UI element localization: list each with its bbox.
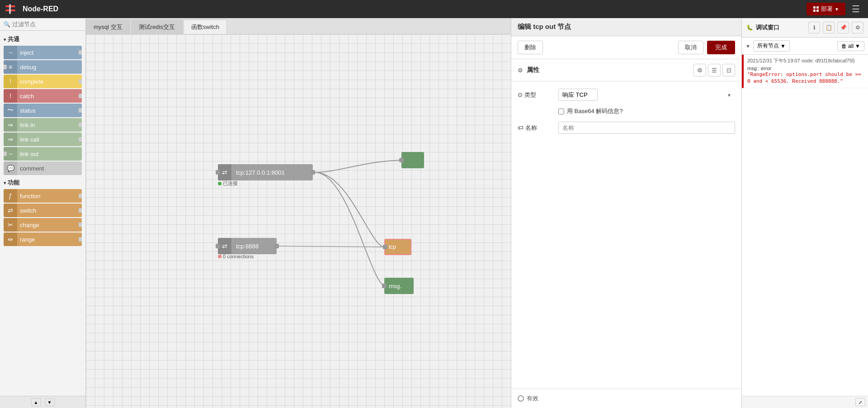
tab-redis[interactable]: 测试redis交互 xyxy=(131,19,183,34)
status-icon: 〜 xyxy=(4,104,17,117)
section-header-function[interactable]: ▾ 功能 xyxy=(0,176,85,188)
debug-panel: 🐛 调试窗口 ℹ 📋 📌 ⚙ ▼ 所有节点 ▼ 🗑 all ▼ 2021/12/… xyxy=(741,18,868,408)
clear-button[interactable]: 🗑 all ▼ xyxy=(837,41,864,51)
canvas[interactable]: ⇄ tcp:127.0.0.1:8001 已连接 ⇄ tcp:8888 0 co… xyxy=(86,34,511,408)
prop-list-button[interactable]: ☰ xyxy=(708,64,721,76)
sidebar-scroll-down[interactable]: ▼ xyxy=(45,398,55,406)
change-label: change xyxy=(17,218,82,232)
trash-icon: 🗑 xyxy=(841,43,847,49)
svg-rect-5 xyxy=(813,9,816,12)
sidebar-item-complete[interactable]: ! complete xyxy=(4,75,82,88)
debug-pin-button[interactable]: 📌 xyxy=(837,22,849,33)
tcp1-port-left xyxy=(216,170,220,175)
sidebar-item-debug[interactable]: ≡ debug xyxy=(4,60,82,74)
canvas-node-tcp1[interactable]: ⇄ tcp:127.0.0.1:8001 xyxy=(218,164,313,180)
sidebar-item-comment[interactable]: 💬 comment xyxy=(4,161,82,175)
tab-func-switch[interactable]: 函数switch xyxy=(184,19,227,34)
sidebar-item-inject[interactable]: → inject xyxy=(4,46,82,59)
debug-content: 2021/12/31 下午5:19:07 node: d91f19cfabcaf… xyxy=(742,55,868,396)
canvas-node-msg[interactable]: msg. xyxy=(384,278,414,294)
props-title: 属性 xyxy=(527,66,690,74)
prop-settings-button[interactable]: ⚙ xyxy=(693,64,706,76)
search-input[interactable] xyxy=(12,21,82,28)
svg-rect-4 xyxy=(816,6,819,9)
complete-icon: ! xyxy=(4,75,17,88)
tcp2-label: tcp:8888 xyxy=(231,243,263,250)
filter-arrow-icon: ▼ xyxy=(780,43,786,49)
debug-port-left xyxy=(4,65,7,69)
section-header-common[interactable]: ▾ 共通 xyxy=(0,33,85,45)
sidebar-item-function[interactable]: ƒ function xyxy=(4,189,82,203)
edit-panel: 编辑 tcp out 节点 删除 取消 完成 ⚙ 属性 ⚙ ☰ ⊡ ⊙ xyxy=(511,18,741,408)
canvas-node-top[interactable] xyxy=(401,152,424,168)
linkin-label: link in xyxy=(17,118,82,132)
top-port-left xyxy=(399,158,404,162)
topbar-right: 部署 ▼ ☰ xyxy=(807,3,863,15)
sidebar-item-catch[interactable]: ! catch xyxy=(4,89,82,103)
sidebar-item-linkcall[interactable]: ⇒ link call xyxy=(4,133,82,146)
range-icon: ⇔ xyxy=(4,232,17,246)
sidebar-scroll-up[interactable]: ▲ xyxy=(31,398,41,406)
deploy-button[interactable]: 部署 ▼ xyxy=(807,3,845,15)
delete-button[interactable]: 删除 xyxy=(518,41,543,54)
debug-info-button[interactable]: ℹ xyxy=(808,22,820,33)
topbar-logo: Node-RED xyxy=(5,4,58,14)
catch-port-right xyxy=(79,94,82,98)
debug-toolbar: ▼ 所有节点 ▼ 🗑 all ▼ xyxy=(742,38,868,55)
tcp2-status-text: 0 connections xyxy=(223,254,254,259)
complete-label: complete xyxy=(17,75,82,88)
sidebar-item-status[interactable]: 〜 status xyxy=(4,104,82,117)
debug-label: debug xyxy=(17,60,82,74)
switch-port-right xyxy=(79,208,82,213)
canvas-node-tcp2[interactable]: ⇄ tcp:8888 xyxy=(218,238,277,254)
msg-port-left xyxy=(382,284,387,288)
tcp2-port-right xyxy=(274,244,279,248)
name-input[interactable] xyxy=(558,122,735,134)
filter-button[interactable]: 所有节点 ▼ xyxy=(753,40,790,52)
sidebar-item-linkout[interactable]: → link out xyxy=(4,147,82,161)
type-radio-icon: ⊙ xyxy=(518,91,523,98)
debug-node: node: d91f19cfabcaf755 xyxy=(802,58,855,63)
topbar-title: Node-RED xyxy=(23,5,58,13)
tabs-bar: mysql 交互 测试redis交互 函数switch xyxy=(86,18,511,34)
base64-checkbox[interactable] xyxy=(558,109,564,114)
canvas-node-tcpout[interactable]: tcp xyxy=(384,239,411,255)
done-button[interactable]: 完成 xyxy=(707,41,735,54)
debug-footer: ⤢ xyxy=(742,396,868,408)
debug-book-button[interactable]: 📋 xyxy=(823,22,835,33)
main-layout: 🔍 ▾ 共通 → inject ≡ debug ! xyxy=(0,18,868,408)
range-port-right xyxy=(79,237,82,242)
valid-icon xyxy=(518,395,524,402)
deploy-arrow-icon: ▼ xyxy=(835,7,839,12)
change-port-right xyxy=(79,223,82,227)
menu-button[interactable]: ☰ xyxy=(849,3,863,15)
sidebar-item-switch[interactable]: ⇄ switch xyxy=(4,204,82,217)
inject-label: inject xyxy=(17,46,82,59)
sidebar-item-range[interactable]: ⇔ range xyxy=(4,232,82,246)
edit-props-header: ⚙ 属性 ⚙ ☰ ⊡ xyxy=(511,59,741,81)
function-icon: ƒ xyxy=(4,189,17,203)
clear-arrow-icon: ▼ xyxy=(855,43,860,49)
edit-footer: 有效 xyxy=(511,389,741,408)
svg-rect-2 xyxy=(9,4,11,14)
cancel-button[interactable]: 取消 xyxy=(678,41,703,54)
type-select[interactable]: 响应 TCP 连接到 TCP 监听 TCP xyxy=(558,89,598,101)
debug-timestamp: 2021/12/31 下午5:19:07 xyxy=(747,58,800,63)
form-row-name: 🏷 名称 xyxy=(518,122,735,134)
linkin-port-right xyxy=(79,123,82,127)
tab-mysql[interactable]: mysql 交互 xyxy=(86,19,130,34)
sidebar-item-linkin[interactable]: ⇒ link in xyxy=(4,118,82,132)
filter-label: 所有节点 xyxy=(757,42,779,50)
topbar-left: Node-RED xyxy=(5,4,58,14)
base64-label: 用 Base64 解码信息? xyxy=(567,107,623,115)
sidebar-item-change[interactable]: ✂ change xyxy=(4,218,82,232)
edit-panel-title: 编辑 tcp out 节点 xyxy=(511,18,741,36)
section-label-function: 功能 xyxy=(8,179,19,187)
sidebar: 🔍 ▾ 共通 → inject ≡ debug ! xyxy=(0,18,86,408)
debug-expand-button[interactable]: ⤢ xyxy=(855,398,865,406)
svg-rect-6 xyxy=(816,9,819,12)
debug-settings-button[interactable]: ⚙ xyxy=(852,22,863,33)
prop-export-button[interactable]: ⊡ xyxy=(722,64,735,76)
svg-rect-3 xyxy=(813,6,816,9)
form-row-base64: 用 Base64 解码信息? xyxy=(558,107,735,115)
